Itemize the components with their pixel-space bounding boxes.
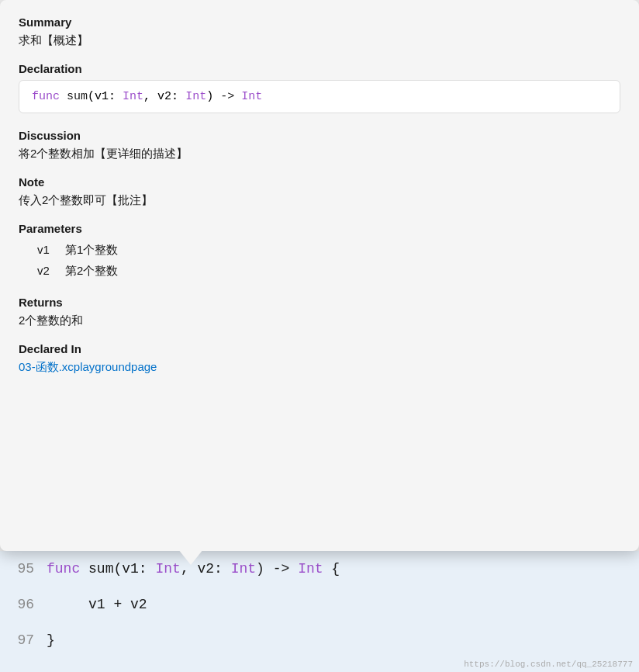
comma1: ,	[143, 90, 157, 103]
code-editor: 95 func sum(v1: Int, v2: Int) -> Int { 9…	[0, 551, 639, 672]
watermark: https://blog.csdn.net/qq_25218777	[464, 660, 633, 669]
param2-label: v2:	[157, 90, 185, 103]
line-code-97: }	[47, 632, 55, 648]
code-func-name: sum	[88, 561, 113, 577]
note-section: Note 传入2个整数即可【批注】	[19, 175, 620, 208]
returns-label: Returns	[19, 296, 620, 309]
discussion-section: Discussion 将2个整数相加【更详细的描述】	[19, 129, 620, 161]
code-func-kw: func	[47, 561, 80, 577]
note-text: 传入2个整数即可【批注】	[19, 193, 620, 208]
code-paren-close: )	[256, 561, 264, 577]
returns-section: Returns 2个整数的和	[19, 296, 620, 328]
param-desc-v2: 第2个整数	[65, 264, 118, 279]
line-number-95: 95	[0, 561, 47, 577]
parameters-label: Parameters	[19, 222, 620, 235]
code-ret-type: Int	[298, 561, 323, 577]
code-line-97: 97 }	[0, 622, 639, 658]
summary-section: Summary 求和【概述】	[19, 16, 620, 48]
param-desc-v1: 第1个整数	[65, 243, 118, 258]
note-label: Note	[19, 175, 620, 189]
paren-close: )	[206, 90, 213, 103]
declaration-section: Declaration func sum(v1: Int, v2: Int) -…	[19, 62, 620, 113]
param-row-v1: v1 第1个整数	[19, 240, 620, 261]
code-brace-open: {	[331, 561, 340, 577]
parameters-section: Parameters v1 第1个整数 v2 第2个整数	[19, 222, 620, 282]
param-row-v2: v2 第2个整数	[19, 261, 620, 282]
paren-open: (	[88, 90, 95, 103]
line-number-97: 97	[0, 632, 47, 648]
params-table: v1 第1个整数 v2 第2个整数	[19, 240, 620, 282]
declared-in-link[interactable]: 03-函数.xcplaygroundpage	[19, 360, 157, 373]
arrow: ->	[220, 90, 241, 103]
code-paren-open: (	[113, 561, 122, 577]
func-name: sum	[67, 90, 88, 103]
declared-in-label: Declared In	[19, 342, 620, 355]
param1-label: v1:	[95, 90, 123, 103]
code-arrow: ->	[273, 561, 298, 577]
discussion-text: 将2个整数相加【更详细的描述】	[19, 147, 620, 161]
discussion-label: Discussion	[19, 129, 620, 142]
return-type: Int	[241, 90, 262, 103]
param-name-v2: v2	[19, 264, 65, 277]
declaration-box: func sum(v1: Int, v2: Int) -> Int	[19, 80, 620, 113]
summary-text: 求和【概述】	[19, 33, 620, 48]
param-name-v1: v1	[19, 243, 65, 256]
func-keyword: func	[32, 90, 60, 103]
documentation-popup: Summary 求和【概述】 Declaration func sum(v1: …	[0, 0, 639, 551]
param2-type: Int	[185, 90, 206, 103]
code-p1-type: Int	[155, 561, 180, 577]
declared-in-section: Declared In 03-函数.xcplaygroundpage	[19, 342, 620, 375]
code-p2-type: Int	[231, 561, 256, 577]
code-p1-label: v1:	[122, 561, 155, 577]
summary-label: Summary	[19, 16, 620, 29]
line-number-96: 96	[0, 597, 47, 612]
declaration-label: Declaration	[19, 62, 620, 75]
code-line-96: 96 v1 + v2	[0, 587, 639, 622]
returns-text: 2个整数的和	[19, 313, 620, 328]
line-code-96: v1 + v2	[47, 597, 147, 612]
param1-type: Int	[123, 90, 143, 103]
code-line-95: 95 func sum(v1: Int, v2: Int) -> Int {	[0, 551, 639, 587]
